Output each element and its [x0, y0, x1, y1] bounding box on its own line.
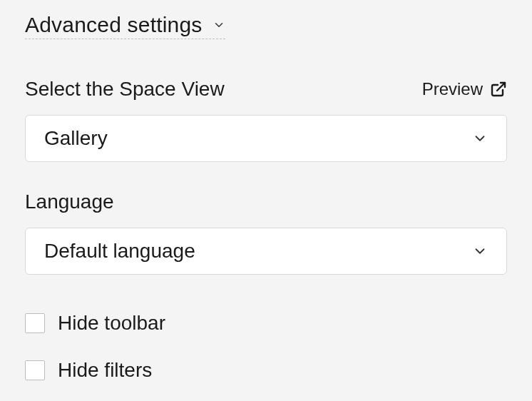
space-view-select[interactable]: Gallery — [25, 115, 507, 162]
advanced-settings-toggle[interactable]: Advanced settings — [25, 13, 225, 39]
space-view-section: Select the Space View Preview Gallery — [25, 78, 507, 162]
space-view-label: Select the Space View — [25, 78, 225, 101]
svg-line-0 — [497, 83, 505, 91]
chevron-down-icon — [472, 131, 488, 146]
chevron-down-icon — [213, 19, 225, 31]
advanced-settings-title: Advanced settings — [25, 13, 203, 37]
language-select[interactable]: Default language — [25, 228, 507, 275]
space-view-label-row: Select the Space View Preview — [25, 78, 507, 101]
hide-toolbar-label: Hide toolbar — [58, 312, 165, 335]
checkbox-group: Hide toolbar Hide filters — [25, 312, 507, 382]
external-link-icon — [490, 81, 507, 98]
language-label-row: Language — [25, 191, 507, 213]
language-section: Language Default language — [25, 191, 507, 275]
hide-filters-label: Hide filters — [58, 359, 152, 382]
language-select-value: Default language — [44, 240, 195, 263]
hide-filters-checkbox-row[interactable]: Hide filters — [25, 359, 507, 382]
language-label: Language — [25, 191, 114, 213]
preview-link-label: Preview — [422, 79, 483, 99]
hide-filters-checkbox[interactable] — [25, 360, 45, 380]
chevron-down-icon — [472, 243, 488, 259]
space-view-select-value: Gallery — [44, 127, 108, 150]
hide-toolbar-checkbox-row[interactable]: Hide toolbar — [25, 312, 507, 335]
hide-toolbar-checkbox[interactable] — [25, 313, 45, 333]
preview-link[interactable]: Preview — [422, 79, 507, 99]
